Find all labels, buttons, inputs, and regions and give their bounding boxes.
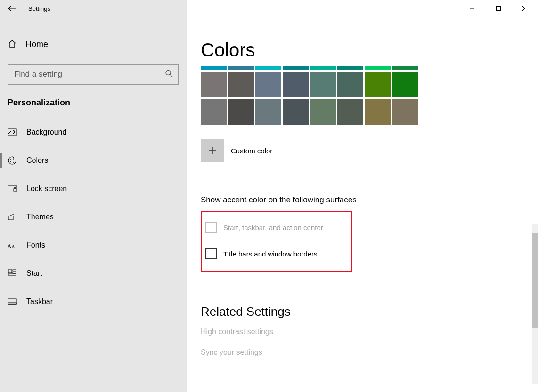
color-swatch[interactable] bbox=[283, 72, 309, 97]
color-swatch[interactable] bbox=[337, 66, 363, 70]
svg-text:A: A bbox=[12, 244, 15, 248]
svg-rect-0 bbox=[497, 7, 501, 11]
back-button[interactable] bbox=[0, 0, 24, 17]
question-heading: Have a question? bbox=[201, 390, 519, 392]
sidebar-item-fonts[interactable]: AA Fonts bbox=[0, 231, 187, 259]
scrollbar-thumb[interactable] bbox=[532, 233, 538, 328]
app-title: Settings bbox=[24, 5, 50, 12]
taskbar-icon bbox=[8, 298, 17, 305]
color-swatch[interactable] bbox=[201, 66, 227, 70]
color-swatch[interactable] bbox=[337, 99, 363, 125]
checkbox-title-bars[interactable]: Title bars and window borders bbox=[205, 244, 348, 263]
titlebar-left: Settings bbox=[0, 0, 50, 17]
search-icon bbox=[165, 70, 173, 80]
sidebar-item-themes[interactable]: Themes bbox=[0, 203, 187, 231]
svg-text:A: A bbox=[8, 243, 11, 248]
color-swatch[interactable] bbox=[365, 66, 391, 70]
plus-icon bbox=[207, 145, 218, 156]
svg-rect-17 bbox=[8, 303, 16, 304]
checkbox-label: Start, taskbar, and action center bbox=[223, 224, 323, 232]
checkbox-start-taskbar: Start, taskbar, and action center bbox=[205, 218, 348, 237]
plus-button[interactable] bbox=[201, 139, 224, 162]
color-swatch[interactable] bbox=[392, 99, 418, 125]
sidebar-section-header: Personalization bbox=[0, 98, 187, 118]
sidebar-item-label: Themes bbox=[26, 213, 54, 221]
svg-rect-2 bbox=[8, 129, 16, 136]
svg-rect-12 bbox=[8, 270, 12, 273]
color-swatch[interactable] bbox=[310, 72, 336, 97]
swatch-row bbox=[201, 99, 519, 125]
color-swatch[interactable] bbox=[201, 72, 227, 97]
color-swatch[interactable] bbox=[255, 66, 281, 70]
minimize-button[interactable] bbox=[459, 0, 485, 17]
minimize-icon bbox=[469, 6, 475, 11]
sidebar-item-background[interactable]: Background bbox=[0, 118, 187, 146]
sidebar-item-label: Taskbar bbox=[26, 297, 53, 306]
swatch-row bbox=[201, 66, 519, 70]
sidebar-item-lock-screen[interactable]: Lock screen bbox=[0, 175, 187, 203]
color-swatch[interactable] bbox=[228, 72, 254, 97]
svg-rect-9 bbox=[8, 216, 13, 220]
close-icon bbox=[522, 6, 528, 11]
highlight-box: Start, taskbar, and action center Title … bbox=[201, 211, 352, 272]
accent-surfaces-heading: Show accent color on the following surfa… bbox=[201, 195, 519, 205]
sidebar-item-label: Lock screen bbox=[26, 184, 67, 193]
themes-icon bbox=[8, 212, 17, 222]
color-swatch[interactable] bbox=[365, 72, 391, 97]
sidebar-item-label: Background bbox=[26, 128, 66, 136]
sidebar-item-label: Colors bbox=[26, 156, 48, 165]
sidebar-item-taskbar[interactable]: Taskbar bbox=[0, 288, 187, 316]
home-label: Home bbox=[25, 40, 48, 49]
search-input[interactable] bbox=[8, 64, 179, 85]
search-wrap bbox=[8, 64, 179, 85]
page-title: Colors bbox=[201, 17, 519, 64]
sidebar-item-colors[interactable]: Colors bbox=[0, 146, 187, 175]
color-swatch[interactable] bbox=[228, 99, 254, 125]
content-area: Colors Custom color Show accent color on… bbox=[187, 17, 538, 392]
scrollbar-track[interactable] bbox=[532, 224, 538, 384]
color-swatch[interactable] bbox=[283, 99, 309, 125]
color-swatch[interactable] bbox=[365, 99, 391, 125]
swatch-row bbox=[201, 72, 519, 97]
sidebar-item-label: Start bbox=[26, 269, 42, 278]
sidebar: Home Personalization Background Colors bbox=[0, 17, 187, 392]
back-arrow-icon bbox=[8, 4, 16, 13]
link-sync-settings[interactable]: Sync your settings bbox=[201, 348, 519, 357]
start-icon bbox=[8, 269, 17, 278]
palette-icon bbox=[8, 156, 17, 165]
color-swatch[interactable] bbox=[255, 72, 281, 97]
sidebar-item-home[interactable]: Home bbox=[0, 31, 187, 57]
checkbox-label: Title bars and window borders bbox=[223, 250, 318, 258]
sidebar-item-start[interactable]: Start bbox=[0, 259, 187, 288]
svg-rect-15 bbox=[8, 274, 16, 275]
color-swatch[interactable] bbox=[255, 99, 281, 125]
checkbox-icon bbox=[205, 222, 217, 233]
titlebar: Settings bbox=[0, 0, 538, 17]
custom-color-row[interactable]: Custom color bbox=[201, 139, 519, 162]
svg-point-4 bbox=[10, 159, 11, 160]
lock-screen-icon bbox=[8, 185, 17, 192]
link-high-contrast[interactable]: High contrast settings bbox=[201, 328, 519, 336]
maximize-button[interactable] bbox=[485, 0, 512, 17]
color-swatch[interactable] bbox=[228, 66, 254, 70]
window-controls bbox=[459, 0, 538, 17]
related-settings-heading: Related Settings bbox=[201, 304, 519, 319]
sidebar-item-label: Fonts bbox=[26, 241, 45, 249]
custom-color-label: Custom color bbox=[231, 147, 272, 155]
close-button[interactable] bbox=[512, 0, 538, 17]
color-swatch[interactable] bbox=[201, 99, 227, 125]
color-swatch[interactable] bbox=[283, 66, 309, 70]
checkbox-icon[interactable] bbox=[205, 248, 217, 259]
svg-rect-13 bbox=[13, 270, 16, 271]
svg-point-5 bbox=[10, 161, 11, 162]
fonts-icon: AA bbox=[8, 241, 17, 249]
svg-rect-14 bbox=[13, 272, 16, 273]
color-swatch[interactable] bbox=[310, 99, 336, 125]
color-swatch[interactable] bbox=[392, 72, 418, 97]
swatch-grid bbox=[201, 66, 519, 125]
color-swatch[interactable] bbox=[337, 72, 363, 97]
svg-point-1 bbox=[166, 71, 171, 75]
svg-point-6 bbox=[13, 162, 14, 163]
color-swatch[interactable] bbox=[310, 66, 336, 70]
color-swatch[interactable] bbox=[392, 66, 418, 70]
